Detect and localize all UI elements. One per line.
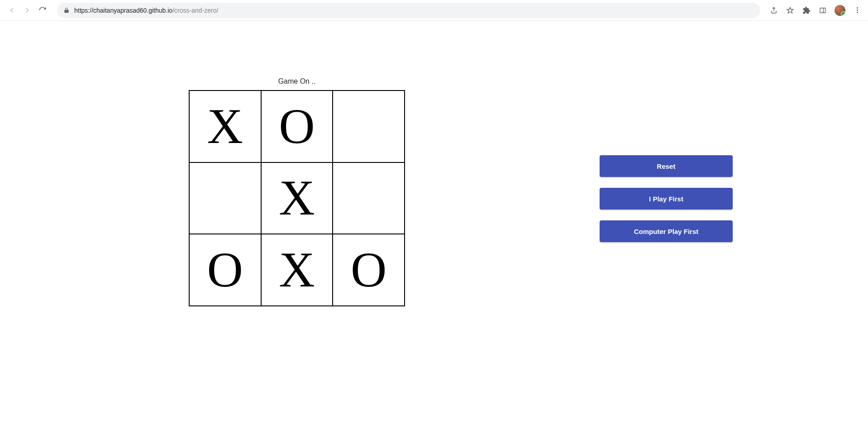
game-board: X O X O X O bbox=[189, 90, 405, 306]
reset-button[interactable]: Reset bbox=[600, 155, 733, 177]
cell-1-1[interactable]: X bbox=[261, 162, 333, 234]
menu-icon[interactable] bbox=[853, 6, 862, 15]
share-icon[interactable] bbox=[769, 6, 778, 15]
star-icon[interactable] bbox=[786, 6, 795, 15]
address-bar[interactable]: https://chaitanyaprasad60.github.io/cros… bbox=[57, 3, 760, 18]
reload-button[interactable] bbox=[38, 6, 47, 15]
nav-controls bbox=[4, 6, 51, 15]
controls-panel: Reset I Play First Computer Play First bbox=[600, 155, 733, 242]
back-button[interactable] bbox=[7, 6, 16, 15]
cell-2-1[interactable]: X bbox=[261, 234, 333, 306]
cell-0-1[interactable]: O bbox=[261, 91, 333, 162]
cell-0-2[interactable] bbox=[333, 91, 405, 162]
browser-chrome: https://chaitanyaprasad60.github.io/cros… bbox=[0, 0, 868, 21]
panel-icon[interactable] bbox=[818, 6, 827, 15]
i-play-first-button[interactable]: I Play First bbox=[600, 188, 733, 210]
cell-2-0[interactable]: O bbox=[189, 234, 261, 306]
cell-2-2[interactable]: O bbox=[333, 234, 405, 306]
chrome-right bbox=[767, 5, 864, 16]
cell-0-0[interactable]: X bbox=[189, 91, 261, 162]
url-host: https://chaitanyaprasad60.github.io bbox=[74, 7, 172, 14]
computer-play-first-button[interactable]: Computer Play First bbox=[600, 220, 733, 242]
cell-1-2[interactable] bbox=[333, 162, 405, 234]
page-content: Game On .. X O X O X O Reset I Play Firs… bbox=[0, 21, 868, 429]
url-path: /cross-and-zero/ bbox=[172, 7, 218, 14]
svg-rect-0 bbox=[820, 8, 825, 13]
cell-1-0[interactable] bbox=[189, 162, 261, 234]
forward-button[interactable] bbox=[23, 6, 32, 15]
game-status: Game On .. bbox=[189, 77, 405, 86]
extensions-icon[interactable] bbox=[802, 6, 811, 15]
profile-avatar[interactable] bbox=[835, 5, 845, 16]
lock-icon bbox=[63, 7, 70, 14]
